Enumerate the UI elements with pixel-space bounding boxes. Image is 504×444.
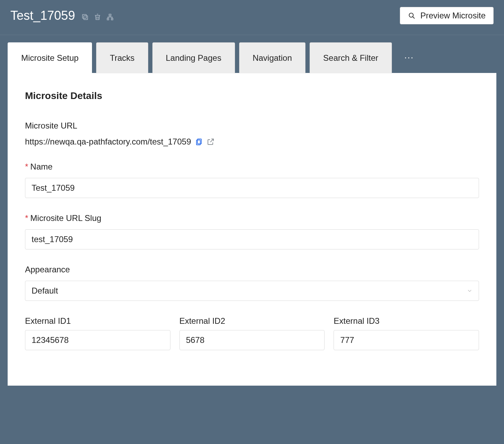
slug-group: *Microsite URL Slug <box>25 213 479 249</box>
microsite-url-group: Microsite URL https://newqa.qa-pathfacto… <box>25 121 479 147</box>
name-group: *Name <box>25 162 479 198</box>
required-star: * <box>25 213 28 223</box>
external-id-row: External ID1 External ID2 External ID3 <box>25 316 479 350</box>
tab-label: Search & Filter <box>323 53 378 63</box>
preview-microsite-button[interactable]: Preview Microsite <box>400 7 494 24</box>
microsite-url-row: https://newqa.qa-pathfactory.com/test_17… <box>25 137 479 147</box>
appearance-select[interactable]: Default <box>25 281 479 301</box>
content-panel: Microsite Details Microsite URL https://… <box>8 73 496 386</box>
tab-navigation[interactable]: Navigation <box>239 42 305 73</box>
tab-tracks[interactable]: Tracks <box>96 42 148 73</box>
external-id2-input[interactable] <box>179 330 325 350</box>
external-id2-label: External ID2 <box>179 316 325 326</box>
tab-search-filter[interactable]: Search & Filter <box>310 42 392 73</box>
tab-label: Landing Pages <box>166 53 221 63</box>
svg-rect-2 <box>109 14 111 16</box>
svg-rect-0 <box>84 16 87 19</box>
tab-label: Microsite Setup <box>21 53 78 63</box>
header-left: Test_17059 <box>10 8 114 23</box>
name-label: *Name <box>25 162 479 172</box>
slug-input[interactable] <box>25 229 479 249</box>
tab-landing-pages[interactable]: Landing Pages <box>152 42 235 73</box>
search-icon <box>408 12 415 19</box>
external-id1-label: External ID1 <box>25 316 170 326</box>
external-id3-input[interactable] <box>334 330 479 350</box>
open-url-icon[interactable] <box>207 138 215 146</box>
svg-rect-4 <box>111 18 113 20</box>
slug-label-text: Microsite URL Slug <box>30 213 101 223</box>
svg-point-5 <box>409 13 413 17</box>
sitemap-icon[interactable] <box>106 13 114 21</box>
page-title: Test_17059 <box>10 8 75 23</box>
page-header: Test_17059 Preview Microsite <box>0 0 504 35</box>
appearance-label: Appearance <box>25 265 479 274</box>
tab-label: Tracks <box>110 53 134 63</box>
external-id1-input[interactable] <box>25 330 170 350</box>
tab-overflow-icon[interactable]: ··· <box>396 52 422 63</box>
microsite-url-label: Microsite URL <box>25 121 479 131</box>
name-input[interactable] <box>25 178 479 198</box>
external-id3-label: External ID3 <box>334 316 479 326</box>
svg-line-6 <box>413 17 414 18</box>
appearance-value: Default <box>32 286 58 295</box>
svg-rect-3 <box>107 18 109 20</box>
svg-rect-1 <box>83 15 86 18</box>
name-label-text: Name <box>30 162 52 171</box>
copy-icon[interactable] <box>81 13 89 21</box>
microsite-url-value: https://newqa.qa-pathfactory.com/test_17… <box>25 137 191 147</box>
tab-label: Navigation <box>253 53 292 63</box>
section-title: Microsite Details <box>25 90 479 101</box>
tabs-row: Microsite Setup Tracks Landing Pages Nav… <box>0 35 504 73</box>
copy-url-icon[interactable] <box>195 138 203 146</box>
slug-label: *Microsite URL Slug <box>25 213 479 223</box>
tab-microsite-setup[interactable]: Microsite Setup <box>8 42 92 73</box>
required-star: * <box>25 162 28 171</box>
appearance-select-wrapper: Default <box>25 281 479 301</box>
external-id2-group: External ID2 <box>179 316 325 350</box>
external-id3-group: External ID3 <box>334 316 479 350</box>
appearance-group: Appearance Default <box>25 265 479 301</box>
header-icon-group <box>81 13 114 21</box>
external-id1-group: External ID1 <box>25 316 170 350</box>
preview-button-label: Preview Microsite <box>420 11 486 20</box>
trash-icon[interactable] <box>94 13 101 21</box>
